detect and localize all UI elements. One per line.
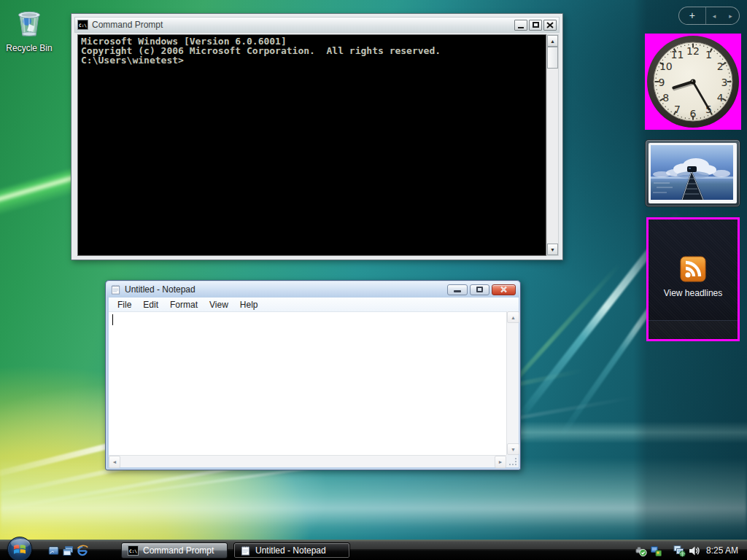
taskbar-button-command-prompt[interactable]: C:\ Command Prompt bbox=[121, 542, 228, 559]
menu-help[interactable]: Help bbox=[234, 298, 264, 311]
desktop-icon-recycle-bin[interactable]: Recycle Bin bbox=[4, 4, 54, 53]
rss-gadget-label[interactable]: View headlines bbox=[649, 288, 738, 298]
notepad-window[interactable]: Untitled - Notepad File Edit Format View… bbox=[105, 280, 521, 470]
menu-format[interactable]: Format bbox=[164, 298, 204, 311]
rss-feed-gadget[interactable]: View headlines bbox=[646, 217, 740, 341]
add-gadget-button[interactable]: + bbox=[679, 7, 705, 24]
notepad-minimize-button[interactable] bbox=[447, 284, 468, 295]
svg-text:7: 7 bbox=[674, 104, 681, 115]
notepad-title-bar[interactable]: Untitled - Notepad bbox=[107, 281, 519, 298]
close-icon bbox=[500, 286, 508, 293]
svg-text:12: 12 bbox=[686, 45, 700, 57]
photo-frame bbox=[649, 143, 737, 203]
switch-windows-quicklaunch-icon[interactable] bbox=[61, 544, 74, 557]
svg-text:9: 9 bbox=[659, 77, 665, 88]
rss-feed-icon bbox=[680, 256, 706, 285]
svg-text:3: 3 bbox=[721, 77, 728, 88]
notepad-horizontal-scrollbar[interactable]: ◄ ► bbox=[109, 455, 506, 467]
cmd-title-bar[interactable]: C:\ Command Prompt bbox=[74, 17, 560, 33]
notepad-window-title: Untitled - Notepad bbox=[125, 284, 445, 295]
analog-clock-icon: 12 1 2 3 4 5 6 7 8 9 10 11 bbox=[645, 34, 741, 130]
resize-grip[interactable] bbox=[506, 455, 519, 467]
scroll-down-button[interactable]: ▼ bbox=[507, 443, 519, 455]
scrollbar-thumb[interactable] bbox=[547, 47, 558, 69]
cmd-icon: C:\ bbox=[128, 545, 139, 556]
desktop: Recycle Bin + ◂ ▸ bbox=[0, 0, 747, 560]
notepad-close-button[interactable] bbox=[492, 284, 516, 295]
svg-text:2: 2 bbox=[717, 61, 724, 72]
menu-view[interactable]: View bbox=[204, 298, 234, 311]
show-desktop-quicklaunch-icon[interactable] bbox=[47, 544, 60, 557]
command-prompt-window[interactable]: C:\ Command Prompt Microsoft Windows [Ve… bbox=[71, 13, 563, 260]
menu-file[interactable]: File bbox=[112, 298, 137, 311]
scroll-up-button[interactable]: ▲ bbox=[547, 35, 558, 47]
cmd-console-output[interactable]: Microsoft Windows [Version 6.0.6001] Cop… bbox=[77, 34, 546, 256]
svg-text:6: 6 bbox=[690, 108, 697, 120]
taskbar-button-label: Command Prompt bbox=[143, 545, 214, 556]
sidebar-gadget-controls[interactable]: + ◂ ▸ bbox=[678, 7, 740, 25]
recycle-bin-icon bbox=[12, 29, 47, 42]
clock-gadget[interactable]: 12 1 2 3 4 5 6 7 8 9 10 11 bbox=[645, 34, 741, 130]
slideshow-gadget[interactable] bbox=[645, 139, 740, 207]
orb-shine bbox=[11, 539, 30, 548]
next-page-arrow-icon[interactable]: ▸ bbox=[722, 12, 739, 20]
taskbar-button-label: Untitled - Notepad bbox=[255, 545, 326, 556]
safely-remove-hardware-icon[interactable] bbox=[635, 545, 647, 557]
notepad-vertical-scrollbar[interactable]: ▲ ▼ bbox=[506, 311, 519, 455]
prev-page-arrow-icon[interactable]: ◂ bbox=[706, 12, 723, 20]
recycle-bin-label: Recycle Bin bbox=[4, 43, 54, 53]
volume-icon[interactable] bbox=[688, 545, 700, 557]
taskbar-button-notepad[interactable]: Untitled - Notepad bbox=[233, 542, 350, 559]
cmd-minimize-button[interactable] bbox=[514, 20, 527, 31]
cmd-vertical-scrollbar[interactable]: ▲ ▼ bbox=[546, 34, 559, 256]
svg-text:8: 8 bbox=[662, 92, 669, 104]
rss-gadget-footer bbox=[649, 320, 738, 339]
console-prompt-line: C:\Users\winetest> bbox=[81, 55, 543, 65]
svg-text:4: 4 bbox=[717, 92, 724, 104]
notepad-window-icon bbox=[110, 284, 121, 295]
notepad-maximize-button[interactable] bbox=[470, 284, 489, 295]
cmd-maximize-button[interactable] bbox=[529, 20, 542, 31]
notepad-icon bbox=[240, 545, 251, 556]
network-tray-icon[interactable] bbox=[673, 545, 685, 557]
svg-text:10: 10 bbox=[659, 61, 673, 72]
notepad-text-area[interactable] bbox=[109, 311, 506, 455]
svg-text:1: 1 bbox=[705, 49, 712, 61]
scroll-down-button[interactable]: ▼ bbox=[547, 244, 558, 255]
cmd-window-title: Command Prompt bbox=[92, 20, 513, 30]
taskbar[interactable]: C:\ Command Prompt Untitled - Notepad bbox=[0, 540, 747, 560]
cmd-close-button[interactable] bbox=[543, 20, 557, 31]
scroll-right-button[interactable]: ► bbox=[495, 456, 506, 468]
svg-text:11: 11 bbox=[671, 49, 684, 61]
network-status-icon[interactable] bbox=[650, 545, 662, 557]
taskbar-clock[interactable]: 8:25 AM bbox=[706, 545, 738, 556]
text-caret bbox=[112, 314, 113, 325]
internet-explorer-icon[interactable] bbox=[76, 544, 89, 557]
start-button[interactable] bbox=[7, 537, 32, 560]
scroll-up-button[interactable]: ▲ bbox=[507, 311, 519, 323]
system-tray[interactable]: 8:25 AM bbox=[632, 540, 744, 560]
rss-gadget-body: View headlines bbox=[649, 219, 738, 339]
slideshow-photo bbox=[651, 145, 733, 200]
cmd-window-icon: C:\ bbox=[77, 20, 88, 30]
scroll-left-button[interactable]: ◄ bbox=[109, 456, 120, 468]
close-icon bbox=[546, 22, 554, 28]
menu-edit[interactable]: Edit bbox=[137, 298, 164, 311]
notepad-menu-bar[interactable]: File Edit Format View Help bbox=[109, 298, 519, 311]
